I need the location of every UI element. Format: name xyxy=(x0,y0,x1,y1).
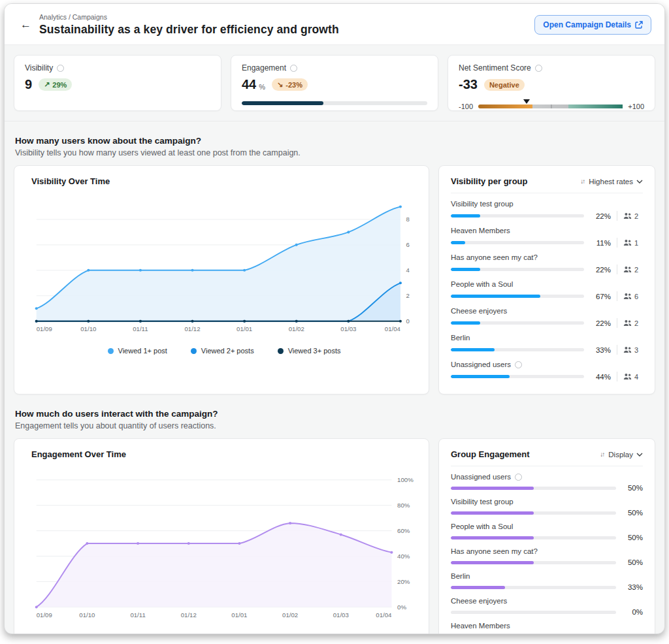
kpi-card-engagement: Engagement 44 % ↘-23% xyxy=(231,55,438,111)
svg-text:01/11: 01/11 xyxy=(133,325,148,332)
group-bar xyxy=(451,295,584,298)
svg-text:01/09: 01/09 xyxy=(37,611,52,619)
section-subtitle: Visibility tells you how many users view… xyxy=(15,148,654,157)
back-button[interactable]: ← xyxy=(15,16,37,34)
svg-text:6: 6 xyxy=(406,241,410,248)
group-percent: 50% xyxy=(622,534,643,541)
group-percent: 0% xyxy=(622,633,643,634)
legend-item[interactable]: Viewed 3+ posts xyxy=(278,347,341,355)
svg-text:01/04: 01/04 xyxy=(385,325,401,332)
page-title: Sustainability as a key driver for effic… xyxy=(39,23,534,37)
svg-text:80%: 80% xyxy=(397,502,410,509)
info-icon[interactable] xyxy=(290,65,297,72)
group-name: Berlin xyxy=(451,572,470,580)
info-icon[interactable] xyxy=(57,65,64,72)
group-name: Heaven Members xyxy=(451,622,510,630)
kpi-card-sentiment: Net Sentiment Score -33 Negative -100 +1… xyxy=(448,55,655,111)
group-row: Heaven Members11%1 xyxy=(451,227,643,248)
people-icon xyxy=(623,239,632,246)
group-bar xyxy=(451,375,584,378)
kpi-card-visibility: Visibility 9 ↗29% xyxy=(14,55,221,111)
svg-text:01/10: 01/10 xyxy=(79,611,95,619)
svg-text:01/10: 01/10 xyxy=(80,325,96,332)
sentiment-status-badge: Negative xyxy=(484,79,525,91)
visibility-groups-panel: Visibility per group ↓↑ Highest rates Vi… xyxy=(438,165,655,394)
people-icon xyxy=(623,266,632,273)
svg-text:01/02: 01/02 xyxy=(282,611,298,619)
visibility-trend-badge: ↗29% xyxy=(39,78,72,91)
svg-text:01/01: 01/01 xyxy=(231,611,247,619)
breadcrumb[interactable]: Analytics / Campaigns xyxy=(39,13,534,21)
group-row: Has anyone seen my cat?50% xyxy=(451,547,643,566)
app-window: ← Analytics / Campaigns Sustainability a… xyxy=(4,3,665,634)
group-member-count: 2 xyxy=(623,266,643,274)
trend-down-icon: ↘ xyxy=(277,80,283,89)
group-row: Cheese enjoyers22%2 xyxy=(451,307,643,328)
people-icon xyxy=(623,293,632,300)
scale-max-label: +100 xyxy=(628,103,644,110)
open-campaign-details-button[interactable]: Open Campaign Details xyxy=(534,15,651,35)
group-percent: 33% xyxy=(622,583,643,591)
engagement-trend-badge: ↘-23% xyxy=(272,78,308,91)
group-name: Berlin xyxy=(451,334,470,342)
svg-text:100%: 100% xyxy=(397,476,414,483)
visibility-chart[interactable]: 0246801/0901/1001/1101/1201/0101/0201/03… xyxy=(31,189,417,340)
sort-control[interactable]: ↓↑ Display xyxy=(600,451,643,459)
legend-item[interactable]: Viewed 1+ post xyxy=(108,347,167,355)
info-icon[interactable] xyxy=(515,361,522,368)
group-row: Visibility test group22%2 xyxy=(451,200,643,221)
group-name: Cheese enjoyers xyxy=(451,597,507,605)
group-name: Has anyone seen my cat? xyxy=(451,547,538,555)
sentiment-kpi-value: -33 xyxy=(459,77,478,92)
people-icon xyxy=(623,319,632,327)
engagement-chart[interactable]: 0%20%40%60%80%100%01/0901/1001/1101/1201… xyxy=(31,462,417,626)
group-member-count: 2 xyxy=(623,319,643,327)
group-row: Has anyone seen my cat?22%2 xyxy=(451,253,643,274)
info-icon[interactable] xyxy=(535,65,542,72)
group-row: Berlin33% xyxy=(451,572,643,591)
section-title: How many users know about the campaign? xyxy=(15,136,654,146)
group-member-count: 3 xyxy=(623,346,643,354)
legend-dot-icon xyxy=(108,348,114,354)
sentiment-scale: -100 +100 xyxy=(459,103,644,110)
legend-label: Viewed 2+ posts xyxy=(201,347,254,355)
group-bar xyxy=(451,321,584,325)
legend-item[interactable]: Viewed 2+ posts xyxy=(191,347,254,355)
group-percent: 50% xyxy=(622,509,643,517)
svg-text:01/11: 01/11 xyxy=(130,611,145,619)
svg-text:20%: 20% xyxy=(397,578,410,585)
chevron-down-icon xyxy=(636,453,643,457)
page-header: ← Analytics / Campaigns Sustainability a… xyxy=(5,4,664,45)
sort-icon: ↓↑ xyxy=(580,178,585,185)
sort-label: Display xyxy=(608,451,633,459)
group-name: Unassigned users xyxy=(451,473,511,481)
sort-icon: ↓↑ xyxy=(600,451,605,458)
info-icon[interactable] xyxy=(515,474,522,481)
group-name: Visibility test group xyxy=(451,498,514,506)
group-name: Unassigned users xyxy=(451,361,511,368)
chart-title: Engagement Over Time xyxy=(31,449,417,459)
panel-title: Group Engagement xyxy=(451,449,530,459)
group-bar xyxy=(451,348,584,351)
group-row: Visibility test group50% xyxy=(451,498,643,517)
scale-neutral-segment xyxy=(532,105,568,108)
legend-dot-icon xyxy=(191,348,197,354)
visibility-kpi-label: Visibility xyxy=(25,63,53,72)
svg-text:8: 8 xyxy=(406,216,410,223)
group-percent: 22% xyxy=(590,266,611,274)
trend-up-icon: ↗ xyxy=(44,80,50,89)
svg-text:01/09: 01/09 xyxy=(37,325,52,332)
sort-label: Highest rates xyxy=(589,178,633,185)
group-name: Has anyone seen my cat? xyxy=(451,253,538,261)
scale-negative-segment xyxy=(478,105,532,108)
engagement-groups-panel: Group Engagement ↓↑ Display Unassigned u… xyxy=(438,438,655,634)
group-percent: 22% xyxy=(590,212,611,220)
sort-control[interactable]: ↓↑ Highest rates xyxy=(580,178,643,185)
group-percent: 50% xyxy=(622,484,643,492)
svg-text:2: 2 xyxy=(406,292,410,299)
group-name: People with a Soul xyxy=(451,523,513,530)
group-percent: 11% xyxy=(590,239,611,247)
group-row: People with a Soul50% xyxy=(451,523,643,541)
engagement-chart-card: Engagement Over Time 0%20%40%60%80%100%0… xyxy=(14,438,429,634)
svg-text:01/01: 01/01 xyxy=(237,325,252,332)
